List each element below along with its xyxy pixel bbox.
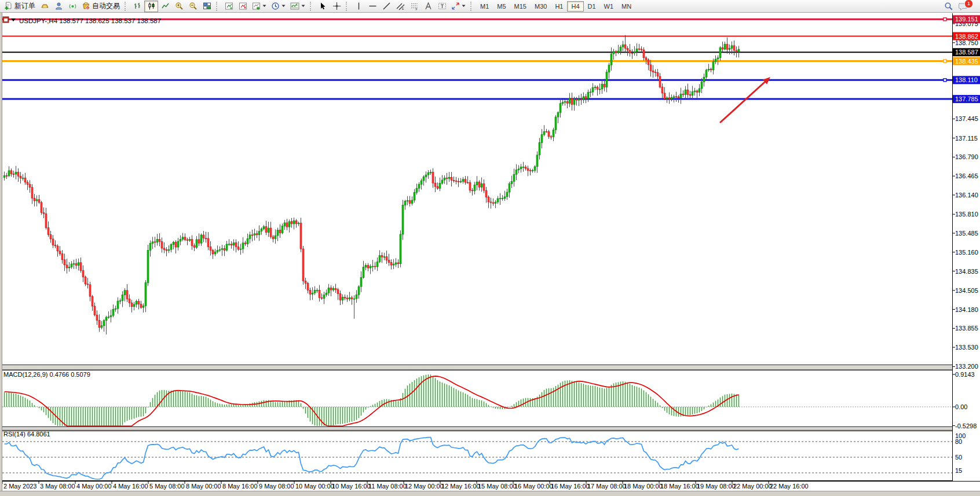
profile-button[interactable] [52, 1, 65, 12]
timeframe-d1-button[interactable]: D1 [584, 1, 600, 12]
clock-icon [271, 2, 280, 10]
gold-bar-icon [41, 2, 49, 10]
signals-button[interactable] [65, 1, 79, 12]
time-tick: 5 May 08:00 [149, 483, 185, 490]
text-label-tool-button[interactable] [435, 1, 449, 12]
price-tick: 136.465 [955, 172, 978, 179]
price-tick: 136.790 [955, 153, 978, 160]
price-tick: 136.140 [955, 192, 978, 199]
time-tick: 4 May 00:00 [76, 483, 112, 490]
text-tool-button[interactable] [421, 1, 435, 12]
zoom-out-icon [189, 2, 198, 10]
fibonacci-tool-button[interactable]: F [407, 1, 421, 12]
indicators-button[interactable] [250, 1, 269, 12]
macd-tick: 0.00 [955, 403, 967, 410]
window-left-edge [0, 13, 2, 491]
svg-text:138.110: 138.110 [955, 76, 978, 83]
timeframe-w1-button[interactable]: W1 [600, 1, 618, 12]
time-tick: 22 May 00:00 [733, 483, 772, 490]
toolbar-separator [310, 2, 313, 11]
svg-text:138.435: 138.435 [955, 58, 978, 65]
candlestick-chart-icon [147, 2, 156, 10]
notifications-button[interactable]: 1 [956, 1, 970, 12]
time-tick: 2 May 2023 [3, 483, 36, 490]
cursor-tool-button[interactable] [316, 1, 330, 12]
line-chart-icon [161, 2, 170, 10]
line-handle [944, 60, 946, 63]
timeframe-m1-button[interactable]: M1 [476, 1, 493, 12]
macd-tick: 0.9143 [955, 371, 975, 378]
periodicity-button[interactable] [269, 1, 288, 12]
channel-tool-button[interactable]: E [393, 1, 407, 12]
time-tick: 19 May 08:00 [697, 483, 736, 490]
arrows-tool-button[interactable] [449, 1, 468, 12]
period-up-button[interactable] [236, 1, 250, 12]
time-tick: 18 May 16:00 [660, 483, 699, 490]
price-tick: 133.855 [955, 325, 978, 332]
price-tick: 135.485 [955, 230, 978, 237]
timeframe-mn-button[interactable]: MN [617, 1, 635, 12]
time-tick: 11 May 08:00 [368, 483, 407, 490]
timeframe-h1-button[interactable]: H1 [551, 1, 567, 12]
time-tick: 10 May 00:00 [295, 483, 334, 490]
timeframe-m30-button[interactable]: M30 [531, 1, 551, 12]
vertical-line-tool-button[interactable] [352, 1, 365, 12]
horizontal-line-icon [368, 2, 377, 10]
time-tick: 8 May 00:00 [186, 483, 221, 490]
equidistant-channel-icon: E [396, 2, 405, 10]
signal-icon [68, 2, 77, 10]
trendline-icon [382, 2, 391, 10]
chevron-down-icon [262, 5, 266, 8]
time-tick: 15 May 08:00 [478, 483, 517, 490]
svg-text:138.587: 138.587 [955, 49, 978, 56]
rsi-tick: 80 [955, 438, 962, 445]
new-order-button[interactable]: 新订单 [2, 1, 38, 12]
zoom-in-button[interactable] [172, 1, 186, 12]
macd-signal-line [5, 376, 739, 426]
vertical-line-icon [354, 2, 363, 10]
zoom-out-button[interactable] [186, 1, 200, 12]
line-handle [944, 79, 946, 82]
search-button[interactable] [942, 1, 956, 12]
svg-text:F: F [415, 8, 417, 11]
search-icon [944, 2, 953, 11]
market-watch-button[interactable] [38, 1, 52, 12]
autotrading-label: 自动交易 [92, 1, 120, 11]
window-bottom-edge[interactable] [0, 491, 980, 496]
time-tick: 10 May 16:00 [332, 483, 371, 490]
tile-windows-icon [203, 2, 211, 10]
chart-canvas[interactable]: MACD(12,26,9) 0.4766 0.5079RSI(14) 64.80… [0, 0, 980, 491]
candle-chart-mode-button[interactable] [144, 1, 158, 12]
price-tick: 133.530 [955, 344, 978, 351]
bar-chart-mode-button[interactable] [130, 1, 144, 12]
trendline-tool-button[interactable] [379, 1, 393, 12]
svg-text:138.862: 138.862 [955, 33, 978, 40]
price-tick: 133.200 [955, 363, 978, 370]
crosshair-tool-button[interactable] [330, 1, 343, 12]
autotrading-icon [82, 2, 90, 10]
toolbar-separator [346, 2, 349, 11]
autotrading-button[interactable]: 自动交易 [79, 1, 122, 12]
time-tick: 4 May 16:00 [113, 483, 148, 490]
timeframe-h4-button[interactable]: H4 [567, 1, 583, 12]
new-order-icon [4, 2, 13, 10]
tile-windows-button[interactable] [200, 1, 214, 12]
timeframe-group: M1M5M15M30H1H4D1W1MN [476, 1, 635, 12]
bar-chart-icon [133, 2, 142, 10]
period-down-button[interactable] [222, 1, 236, 12]
line-chart-mode-button[interactable] [158, 1, 172, 12]
rsi-tick: 15 [955, 467, 962, 474]
time-tick: 3 May 08:00 [40, 483, 75, 490]
timeframe-m15-button[interactable]: M15 [510, 1, 531, 12]
price-tick: 134.505 [955, 287, 978, 294]
templates-button[interactable] [288, 1, 308, 12]
chevron-down-icon [462, 5, 466, 8]
macd-tick: -0.5298 [955, 422, 977, 429]
chevron-down-icon [301, 5, 305, 8]
profile-icon [54, 2, 63, 10]
cursor-icon [319, 2, 327, 10]
macd-label: MACD(12,26,9) 0.4766 0.5079 [3, 371, 90, 378]
timeframe-m5-button[interactable]: M5 [493, 1, 510, 12]
chart-title-text: USDJPY-,H4 138.577 138.625 138.537 138.5… [19, 17, 161, 24]
horizontal-line-tool-button[interactable] [365, 1, 379, 12]
